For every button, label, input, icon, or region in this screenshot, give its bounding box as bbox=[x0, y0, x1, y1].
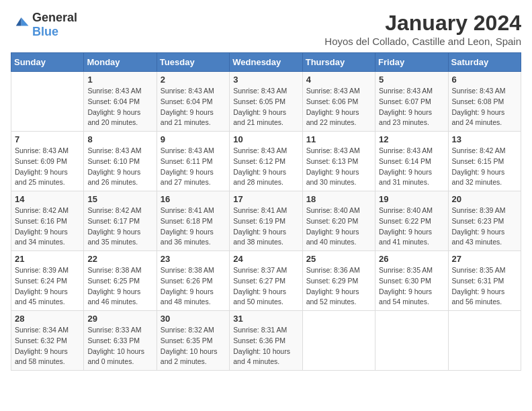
calendar-cell: 27 Sunrise: 8:35 AMSunset: 6:31 PMDaylig… bbox=[448, 251, 521, 311]
calendar-cell: 12 Sunrise: 8:43 AMSunset: 6:14 PMDaylig… bbox=[375, 132, 448, 191]
header-friday: Friday bbox=[375, 53, 448, 72]
svg-marker-0 bbox=[21, 17, 29, 26]
day-number: 28 bbox=[15, 314, 80, 324]
calendar-cell bbox=[11, 72, 84, 132]
calendar-week-row: 14 Sunrise: 8:42 AMSunset: 6:16 PMDaylig… bbox=[11, 191, 521, 251]
calendar-week-row: 21 Sunrise: 8:39 AMSunset: 6:24 PMDaylig… bbox=[11, 251, 521, 311]
day-info: Sunrise: 8:39 AMSunset: 6:24 PMDaylight:… bbox=[15, 266, 69, 306]
day-info: Sunrise: 8:41 AMSunset: 6:19 PMDaylight:… bbox=[233, 206, 287, 246]
calendar-cell: 23 Sunrise: 8:38 AMSunset: 6:26 PMDaylig… bbox=[157, 251, 229, 311]
calendar-cell: 13 Sunrise: 8:42 AMSunset: 6:15 PMDaylig… bbox=[448, 132, 521, 191]
calendar-cell: 9 Sunrise: 8:43 AMSunset: 6:11 PMDayligh… bbox=[157, 132, 229, 191]
day-info: Sunrise: 8:43 AMSunset: 6:13 PMDaylight:… bbox=[306, 146, 360, 186]
calendar-cell: 29 Sunrise: 8:33 AMSunset: 6:33 PMDaylig… bbox=[84, 311, 157, 371]
day-number: 22 bbox=[87, 254, 152, 264]
day-info: Sunrise: 8:35 AMSunset: 6:30 PMDaylight:… bbox=[379, 266, 433, 306]
calendar-cell: 2 Sunrise: 8:43 AMSunset: 6:04 PMDayligh… bbox=[157, 72, 229, 132]
day-info: Sunrise: 8:37 AMSunset: 6:27 PMDaylight:… bbox=[233, 266, 287, 306]
calendar-cell: 16 Sunrise: 8:41 AMSunset: 6:18 PMDaylig… bbox=[157, 191, 229, 251]
header-wednesday: Wednesday bbox=[230, 53, 302, 72]
day-number: 1 bbox=[87, 75, 152, 85]
calendar-header-row: Sunday Monday Tuesday Wednesday Thursday… bbox=[11, 53, 521, 72]
day-number: 23 bbox=[161, 254, 226, 264]
day-number: 14 bbox=[15, 194, 80, 204]
header-sunday: Sunday bbox=[11, 53, 84, 72]
day-info: Sunrise: 8:43 AMSunset: 6:14 PMDaylight:… bbox=[379, 146, 433, 186]
day-number: 19 bbox=[379, 194, 444, 204]
day-info: Sunrise: 8:32 AMSunset: 6:35 PMDaylight:… bbox=[161, 326, 218, 365]
day-number: 24 bbox=[233, 254, 298, 264]
calendar-cell: 22 Sunrise: 8:38 AMSunset: 6:25 PMDaylig… bbox=[84, 251, 157, 311]
title-block: January 2024 Hoyos del Collado, Castille… bbox=[324, 11, 521, 47]
day-info: Sunrise: 8:33 AMSunset: 6:33 PMDaylight:… bbox=[87, 326, 144, 365]
day-info: Sunrise: 8:43 AMSunset: 6:05 PMDaylight:… bbox=[233, 87, 287, 126]
day-info: Sunrise: 8:43 AMSunset: 6:04 PMDaylight:… bbox=[161, 87, 214, 126]
calendar-table: Sunday Monday Tuesday Wednesday Thursday… bbox=[11, 52, 521, 371]
calendar-cell bbox=[375, 311, 448, 371]
day-number: 15 bbox=[87, 194, 152, 204]
calendar-cell: 10 Sunrise: 8:43 AMSunset: 6:12 PMDaylig… bbox=[230, 132, 302, 191]
calendar-cell: 26 Sunrise: 8:35 AMSunset: 6:30 PMDaylig… bbox=[375, 251, 448, 311]
calendar-cell: 18 Sunrise: 8:40 AMSunset: 6:20 PMDaylig… bbox=[302, 191, 375, 251]
calendar-cell: 25 Sunrise: 8:36 AMSunset: 6:29 PMDaylig… bbox=[302, 251, 375, 311]
day-number: 21 bbox=[15, 254, 80, 264]
day-number: 3 bbox=[233, 75, 298, 85]
day-info: Sunrise: 8:40 AMSunset: 6:22 PMDaylight:… bbox=[379, 206, 433, 246]
logo: General Blue bbox=[11, 11, 77, 39]
calendar-cell: 14 Sunrise: 8:42 AMSunset: 6:16 PMDaylig… bbox=[11, 191, 84, 251]
day-info: Sunrise: 8:36 AMSunset: 6:29 PMDaylight:… bbox=[306, 266, 360, 306]
logo-text: General Blue bbox=[32, 11, 77, 39]
calendar-cell: 17 Sunrise: 8:41 AMSunset: 6:19 PMDaylig… bbox=[230, 191, 302, 251]
day-info: Sunrise: 8:43 AMSunset: 6:04 PMDaylight:… bbox=[87, 87, 141, 126]
header-saturday: Saturday bbox=[448, 53, 521, 72]
calendar-cell: 6 Sunrise: 8:43 AMSunset: 6:08 PMDayligh… bbox=[448, 72, 521, 132]
day-info: Sunrise: 8:42 AMSunset: 6:17 PMDaylight:… bbox=[87, 206, 141, 246]
day-number: 10 bbox=[233, 134, 298, 144]
calendar-week-row: 28 Sunrise: 8:34 AMSunset: 6:32 PMDaylig… bbox=[11, 311, 521, 371]
day-number: 13 bbox=[452, 134, 517, 144]
header-monday: Monday bbox=[84, 53, 157, 72]
calendar-cell: 31 Sunrise: 8:31 AMSunset: 6:36 PMDaylig… bbox=[230, 311, 302, 371]
page-header: General Blue January 2024 Hoyos del Coll… bbox=[11, 11, 521, 47]
day-number: 20 bbox=[452, 194, 517, 204]
day-info: Sunrise: 8:42 AMSunset: 6:16 PMDaylight:… bbox=[15, 206, 69, 246]
calendar-cell: 19 Sunrise: 8:40 AMSunset: 6:22 PMDaylig… bbox=[375, 191, 448, 251]
calendar-cell: 4 Sunrise: 8:43 AMSunset: 6:06 PMDayligh… bbox=[302, 72, 375, 132]
calendar-cell: 11 Sunrise: 8:43 AMSunset: 6:13 PMDaylig… bbox=[302, 132, 375, 191]
day-number: 31 bbox=[233, 314, 298, 324]
calendar-cell: 20 Sunrise: 8:39 AMSunset: 6:23 PMDaylig… bbox=[448, 191, 521, 251]
day-info: Sunrise: 8:38 AMSunset: 6:26 PMDaylight:… bbox=[161, 266, 214, 306]
day-number: 2 bbox=[161, 75, 226, 85]
day-info: Sunrise: 8:38 AMSunset: 6:25 PMDaylight:… bbox=[87, 266, 141, 306]
calendar-cell: 8 Sunrise: 8:43 AMSunset: 6:10 PMDayligh… bbox=[84, 132, 157, 191]
day-info: Sunrise: 8:35 AMSunset: 6:31 PMDaylight:… bbox=[452, 266, 506, 306]
day-number: 8 bbox=[87, 134, 152, 144]
calendar-cell: 7 Sunrise: 8:43 AMSunset: 6:09 PMDayligh… bbox=[11, 132, 84, 191]
day-number: 6 bbox=[452, 75, 517, 85]
month-year-title: January 2024 bbox=[324, 11, 521, 36]
day-number: 18 bbox=[306, 194, 371, 204]
calendar-week-row: 7 Sunrise: 8:43 AMSunset: 6:09 PMDayligh… bbox=[11, 132, 521, 191]
header-thursday: Thursday bbox=[302, 53, 375, 72]
calendar-cell: 15 Sunrise: 8:42 AMSunset: 6:17 PMDaylig… bbox=[84, 191, 157, 251]
day-number: 7 bbox=[15, 134, 80, 144]
calendar-cell bbox=[302, 311, 375, 371]
day-info: Sunrise: 8:43 AMSunset: 6:07 PMDaylight:… bbox=[379, 87, 433, 126]
day-number: 11 bbox=[306, 134, 371, 144]
day-info: Sunrise: 8:43 AMSunset: 6:06 PMDaylight:… bbox=[306, 87, 360, 126]
logo-icon bbox=[11, 15, 30, 34]
calendar-week-row: 1 Sunrise: 8:43 AMSunset: 6:04 PMDayligh… bbox=[11, 72, 521, 132]
calendar-cell: 24 Sunrise: 8:37 AMSunset: 6:27 PMDaylig… bbox=[230, 251, 302, 311]
day-info: Sunrise: 8:43 AMSunset: 6:10 PMDaylight:… bbox=[87, 146, 141, 186]
day-number: 5 bbox=[379, 75, 444, 85]
calendar-cell: 5 Sunrise: 8:43 AMSunset: 6:07 PMDayligh… bbox=[375, 72, 448, 132]
day-number: 30 bbox=[161, 314, 226, 324]
calendar-cell: 28 Sunrise: 8:34 AMSunset: 6:32 PMDaylig… bbox=[11, 311, 84, 371]
day-info: Sunrise: 8:40 AMSunset: 6:20 PMDaylight:… bbox=[306, 206, 360, 246]
day-info: Sunrise: 8:34 AMSunset: 6:32 PMDaylight:… bbox=[15, 326, 69, 365]
calendar-cell: 21 Sunrise: 8:39 AMSunset: 6:24 PMDaylig… bbox=[11, 251, 84, 311]
day-info: Sunrise: 8:43 AMSunset: 6:11 PMDaylight:… bbox=[161, 146, 214, 186]
calendar-cell: 1 Sunrise: 8:43 AMSunset: 6:04 PMDayligh… bbox=[84, 72, 157, 132]
day-number: 25 bbox=[306, 254, 371, 264]
day-info: Sunrise: 8:43 AMSunset: 6:12 PMDaylight:… bbox=[233, 146, 287, 186]
